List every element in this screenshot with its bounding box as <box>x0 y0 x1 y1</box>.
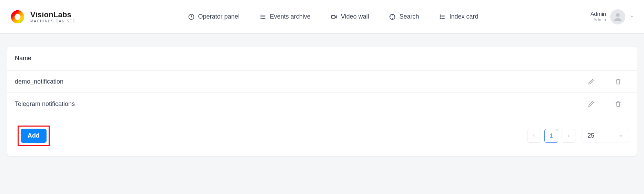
svg-point-18 <box>440 15 441 15</box>
prev-page-button[interactable] <box>527 129 541 143</box>
svg-point-6 <box>261 15 261 15</box>
row-name: Telegram notifications <box>15 100 587 108</box>
row-actions <box>587 77 629 86</box>
list-icon <box>439 13 446 20</box>
nav-label: Events archive <box>270 13 311 20</box>
pencil-icon <box>587 100 595 108</box>
chevron-right-icon <box>566 133 571 138</box>
next-page-button[interactable] <box>562 129 575 143</box>
main-nav: Operator panel Events archive Video wall… <box>188 13 479 20</box>
row-actions <box>587 100 629 108</box>
target-icon <box>389 13 396 20</box>
nav-operator-panel[interactable]: Operator panel <box>188 13 240 20</box>
row-name: demo_notification <box>15 78 587 85</box>
content: Name demo_notification Telegram notifica… <box>0 34 644 163</box>
nav-label: Search <box>399 13 419 20</box>
brand-title: VisionLabs <box>30 10 76 19</box>
brand-tagline: MACHINES CAN SEE <box>30 19 76 23</box>
table-panel: Name demo_notification Telegram notifica… <box>7 46 637 157</box>
avatar <box>610 9 625 24</box>
user-role: Admin <box>593 17 606 22</box>
table-row: Telegram notifications <box>7 93 637 115</box>
page-size-select[interactable]: 25 <box>582 129 629 142</box>
chevron-down-icon <box>630 14 634 20</box>
chevron-down-icon <box>618 133 623 138</box>
camera-icon <box>331 13 338 20</box>
page-number: 1 <box>550 133 553 139</box>
delete-button[interactable] <box>614 77 622 86</box>
nav-video-wall[interactable]: Video wall <box>331 13 369 20</box>
nav-label: Index card <box>449 13 478 20</box>
chevron-left-icon <box>532 133 536 138</box>
trash-icon <box>614 78 622 85</box>
column-name-header: Name <box>15 55 31 62</box>
svg-point-19 <box>440 17 441 17</box>
page-size-value: 25 <box>587 132 594 139</box>
brand: VisionLabs MACHINES CAN SEE <box>10 9 76 25</box>
nav-label: Video wall <box>341 13 369 20</box>
user-text: Admin Admin <box>591 11 606 22</box>
pagination: 1 25 <box>527 129 629 143</box>
nav-label: Operator panel <box>198 13 240 20</box>
add-button[interactable]: Add <box>21 129 47 143</box>
user-icon <box>612 11 623 22</box>
svg-point-21 <box>616 13 620 17</box>
nav-search[interactable]: Search <box>389 13 419 20</box>
table-footer: Add 1 25 <box>7 115 637 156</box>
table-header: Name <box>7 46 637 71</box>
table-row: demo_notification <box>7 71 637 93</box>
edit-button[interactable] <box>587 100 595 108</box>
brand-logo-icon <box>10 9 26 25</box>
edit-button[interactable] <box>587 77 595 86</box>
delete-button[interactable] <box>614 100 622 108</box>
nav-index-card[interactable]: Index card <box>439 13 478 20</box>
svg-point-8 <box>261 18 261 19</box>
clock-icon <box>188 13 195 20</box>
svg-point-20 <box>440 18 441 19</box>
user-menu[interactable]: Admin Admin <box>591 9 634 24</box>
user-name: Admin <box>591 11 606 17</box>
svg-rect-9 <box>331 15 335 18</box>
page-number-button[interactable]: 1 <box>544 129 558 143</box>
list-icon <box>260 13 266 20</box>
svg-point-7 <box>261 17 261 17</box>
trash-icon <box>614 100 622 108</box>
header: VisionLabs MACHINES CAN SEE Operator pan… <box>0 0 644 34</box>
svg-point-1 <box>14 14 20 20</box>
add-highlight: Add <box>18 126 50 146</box>
brand-text: VisionLabs MACHINES CAN SEE <box>30 10 76 23</box>
nav-events-archive[interactable]: Events archive <box>260 13 311 20</box>
pencil-icon <box>587 78 595 85</box>
